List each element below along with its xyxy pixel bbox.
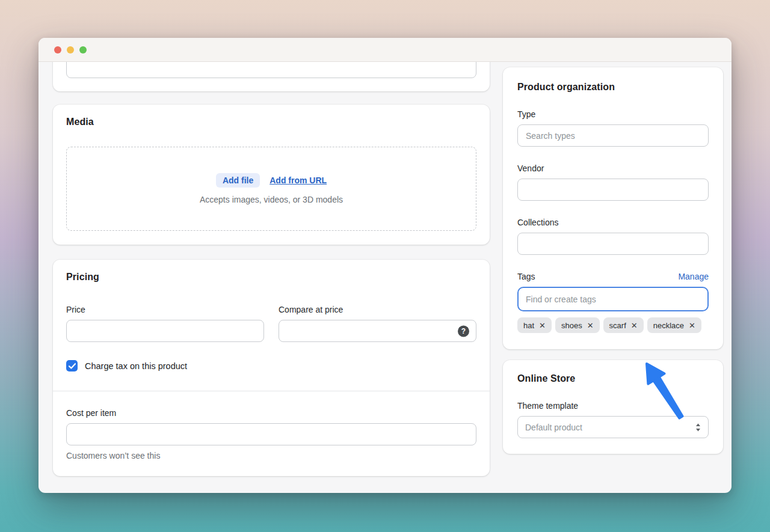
cost-hint: Customers won’t see this xyxy=(66,451,476,460)
tag-chip[interactable]: scarf ✕ xyxy=(603,317,644,333)
tag-chip-label: hat xyxy=(523,321,534,330)
tag-chip-label: scarf xyxy=(609,321,626,330)
collections-input[interactable] xyxy=(517,233,709,255)
traffic-light-zoom-icon[interactable] xyxy=(79,46,87,54)
add-from-url-link[interactable]: Add from URL xyxy=(270,176,327,185)
tag-chip-label: shoes xyxy=(561,321,582,330)
tags-label: Tags xyxy=(517,271,535,282)
type-input[interactable] xyxy=(517,124,709,147)
remove-tag-icon[interactable]: ✕ xyxy=(689,322,695,329)
media-title: Media xyxy=(66,117,476,127)
charge-tax-label: Charge tax on this product xyxy=(85,361,187,371)
vendor-input[interactable] xyxy=(517,179,709,201)
cost-per-item-input[interactable] xyxy=(66,423,476,445)
cost-per-item-label: Cost per item xyxy=(66,408,476,418)
main-column: Media Add file Add from URL Accepts imag… xyxy=(53,62,490,492)
page-content: Media Add file Add from URL Accepts imag… xyxy=(38,62,732,492)
remove-tag-icon[interactable]: ✕ xyxy=(631,322,638,329)
online-store-title: Online Store xyxy=(517,373,709,384)
media-dropzone[interactable]: Add file Add from URL Accepts images, vi… xyxy=(66,147,476,231)
app-window: Media Add file Add from URL Accepts imag… xyxy=(38,38,732,493)
traffic-light-close-icon[interactable] xyxy=(54,46,61,54)
media-hint: Accepts images, videos, or 3D models xyxy=(200,195,343,204)
compare-at-price-label: Compare at price xyxy=(279,304,476,315)
traffic-light-minimize-icon[interactable] xyxy=(67,46,74,54)
top-partial-field[interactable] xyxy=(66,62,476,78)
tag-chip-list: hat ✕ shoes ✕ scarf ✕ necklace xyxy=(517,317,709,333)
checkbox-checked-icon[interactable] xyxy=(66,360,78,371)
manage-tags-link[interactable]: Manage xyxy=(678,272,709,281)
top-partial-card xyxy=(53,62,490,91)
theme-template-value: Default product xyxy=(525,423,582,432)
remove-tag-icon[interactable]: ✕ xyxy=(587,322,594,329)
price-label: Price xyxy=(66,304,264,315)
collections-label: Collections xyxy=(517,217,709,228)
online-store-card: Online Store Theme template Default prod… xyxy=(503,360,723,454)
charge-tax-checkbox-row[interactable]: Charge tax on this product xyxy=(66,360,476,371)
remove-tag-icon[interactable]: ✕ xyxy=(539,322,546,329)
pricing-title: Pricing xyxy=(66,272,476,283)
help-icon[interactable]: ? xyxy=(458,325,469,337)
section-divider xyxy=(53,391,490,391)
tag-chip[interactable]: hat ✕ xyxy=(517,317,552,333)
select-updown-icon xyxy=(695,423,701,432)
theme-template-label: Theme template xyxy=(517,400,709,411)
vendor-label: Vendor xyxy=(517,163,709,174)
add-file-button[interactable]: Add file xyxy=(216,173,260,188)
pricing-card: Pricing Price Compare at price ? xyxy=(53,260,490,476)
theme-template-select[interactable]: Default product xyxy=(517,416,709,438)
tag-chip[interactable]: necklace ✕ xyxy=(647,317,701,333)
window-titlebar xyxy=(38,38,732,62)
product-organization-card: Product organization Type Vendor Collect… xyxy=(503,67,723,349)
tag-chip-label: necklace xyxy=(653,321,684,330)
type-label: Type xyxy=(517,109,709,120)
product-organization-title: Product organization xyxy=(517,82,709,93)
tags-input[interactable] xyxy=(517,287,709,311)
media-card: Media Add file Add from URL Accepts imag… xyxy=(53,105,490,245)
compare-at-price-input[interactable] xyxy=(279,320,476,342)
price-input[interactable] xyxy=(66,320,264,342)
sidebar-column: Product organization Type Vendor Collect… xyxy=(503,67,723,492)
tag-chip[interactable]: shoes ✕ xyxy=(555,317,600,333)
